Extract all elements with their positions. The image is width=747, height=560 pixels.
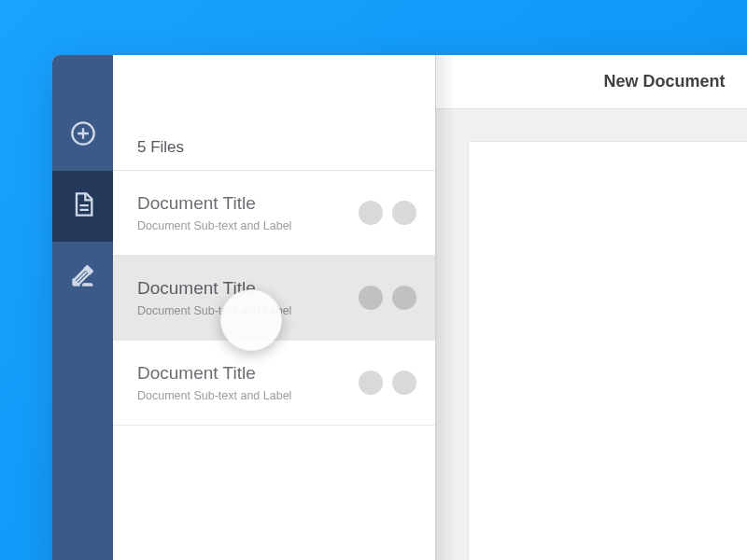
sidebar-item-edit[interactable] (52, 242, 113, 313)
file-icon (70, 191, 96, 221)
file-action-dot[interactable] (359, 371, 383, 395)
file-list-item[interactable]: Document Title Document Sub-text and Lab… (113, 256, 435, 341)
file-item-text: Document Title Document Sub-text and Lab… (137, 193, 291, 232)
file-action-dot[interactable] (359, 286, 383, 310)
file-action-dot[interactable] (392, 201, 416, 225)
file-item-actions (359, 286, 416, 310)
app-window: 5 Files Document Title Document Sub-text… (52, 55, 747, 560)
file-item-actions (359, 371, 416, 395)
file-list-item[interactable]: Document Title Document Sub-text and Lab… (113, 341, 435, 426)
file-list-header: 5 Files (113, 55, 435, 171)
sidebar-item-files[interactable] (52, 171, 113, 242)
main-header: New Document (436, 55, 747, 109)
file-list-panel: 5 Files Document Title Document Sub-text… (113, 55, 436, 560)
document-canvas[interactable] (468, 141, 747, 560)
file-item-text: Document Title Document Sub-text and Lab… (137, 363, 291, 402)
file-list-item[interactable]: Document Title Document Sub-text and Lab… (113, 171, 435, 256)
file-item-title: Document Title (137, 193, 291, 214)
file-item-subtext: Document Sub-text and Label (137, 219, 291, 232)
file-item-subtext: Document Sub-text and Label (137, 389, 291, 402)
file-item-actions (359, 201, 416, 225)
file-count-label: 5 Files (137, 138, 184, 157)
file-item-title: Document Title (137, 363, 291, 384)
add-icon (70, 120, 96, 150)
edit-icon (70, 262, 96, 292)
main-panel: New Document (436, 55, 747, 560)
file-item-subtext: Document Sub-text and Label (137, 304, 291, 317)
app-background: 5 Files Document Title Document Sub-text… (0, 0, 747, 560)
file-item-text: Document Title Document Sub-text and Lab… (137, 278, 291, 317)
file-action-dot[interactable] (359, 201, 383, 225)
document-title: New Document (603, 72, 725, 91)
file-action-dot[interactable] (392, 286, 416, 310)
file-item-title: Document Title (137, 278, 291, 299)
file-action-dot[interactable] (392, 371, 416, 395)
sidebar-item-add[interactable] (52, 100, 113, 171)
sidebar (52, 55, 113, 560)
